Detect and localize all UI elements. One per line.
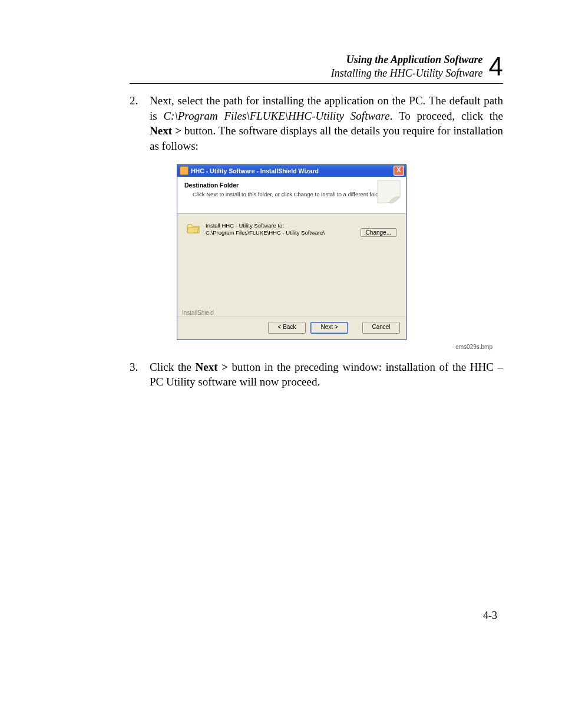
step-number: 3. <box>130 360 150 390</box>
folder-icon <box>187 223 200 234</box>
install-path-value: C:\Program Files\FLUKE\HHC - Utility Sof… <box>206 229 355 236</box>
installshield-brand: InstallShield <box>182 309 214 316</box>
dialog-banner: Destination Folder Click Next to install… <box>177 177 406 214</box>
dialog-body: Install HHC - Utility Software to: C:\Pr… <box>177 214 406 317</box>
banner-subtitle: Click Next to install to this folder, or… <box>193 191 400 197</box>
back-button[interactable]: < Back <box>268 322 306 334</box>
step-2: 2. Next, select the path for installing … <box>130 93 503 154</box>
next-button[interactable]: Next > <box>310 322 348 334</box>
image-caption: ems029s.bmp <box>177 344 492 350</box>
step-3: 3. Click the Next > button in the preced… <box>130 360 503 390</box>
header-subtitle: Installing the HHC-Utility Software <box>331 67 483 80</box>
step-number: 2. <box>130 93 150 154</box>
titlebar[interactable]: HHC - Utility Software - InstallShield W… <box>177 165 406 177</box>
page-header: Using the Application Software Installin… <box>130 53 503 84</box>
step-text: Click the Next > button in the preceding… <box>150 360 503 390</box>
next-button-ref: Next > <box>150 124 181 137</box>
change-button[interactable]: Change... <box>361 228 396 237</box>
header-title: Using the Application Software <box>331 53 483 67</box>
text-segment: . To proceed, click the <box>390 110 503 122</box>
install-path: C:\Program Files\FLUKE\HHC-Utility Softw… <box>163 110 389 122</box>
text-segment: Click the <box>150 361 196 373</box>
banner-title: Destination Folder <box>184 182 400 189</box>
cancel-button[interactable]: Cancel <box>362 322 400 334</box>
app-icon <box>180 166 189 175</box>
window-title: HHC - Utility Software - InstallShield W… <box>191 167 319 174</box>
text-segment: button. The software displays all the de… <box>150 124 503 152</box>
close-button[interactable]: X <box>394 166 404 176</box>
chapter-number: 4 <box>489 54 503 80</box>
step-text: Next, select the path for installing the… <box>150 93 503 154</box>
page-number: 4-3 <box>483 610 497 622</box>
install-to-label: Install HHC - Utility Software to: <box>206 222 355 229</box>
next-button-ref: Next > <box>196 361 228 373</box>
page-curl-icon <box>376 179 402 205</box>
installer-dialog: HHC - Utility Software - InstallShield W… <box>177 164 406 340</box>
button-row: < Back Next > Cancel <box>177 317 406 340</box>
